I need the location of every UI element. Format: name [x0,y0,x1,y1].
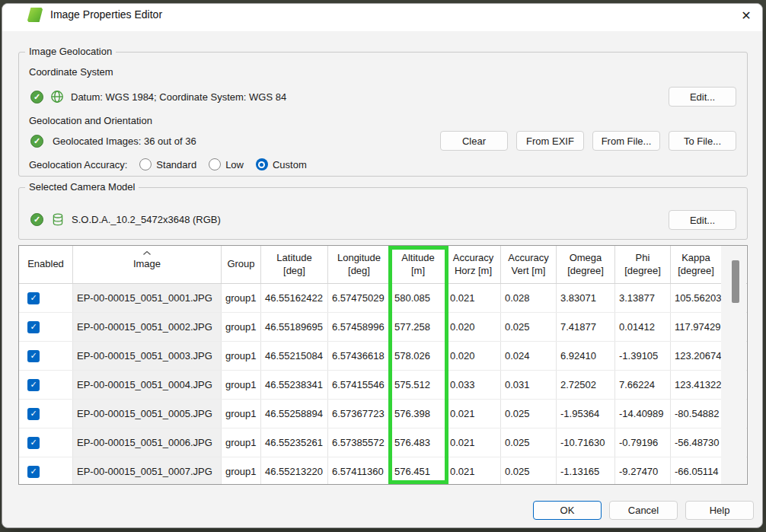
cell-accuracy_vert[interactable]: 0.025 [501,313,557,341]
row-enabled-checkbox[interactable]: ✓ [27,379,40,391]
cell-omega[interactable]: 2.72502 [557,371,615,399]
cell-accuracy_vert[interactable]: 0.025 [501,428,557,457]
cell-accuracy_vert[interactable]: 0.025 [501,457,557,485]
row-enabled-checkbox[interactable]: ✓ [27,350,40,362]
cell-kappa[interactable]: 117.97429 [671,313,722,341]
cell-accuracy_horz[interactable]: 0.021 [446,400,501,428]
cell-accuracy_horz[interactable]: 0.021 [446,284,501,312]
radio-standard-circle[interactable] [139,158,152,170]
column-header-latitude[interactable]: Latitude [deg] [261,246,328,283]
cell-latitude[interactable]: 46.55235261 [261,428,328,457]
cell-longitude[interactable]: 6.57458996 [328,313,391,341]
cell-altitude[interactable]: 575.512 [391,371,446,399]
cell-phi[interactable]: 3.13877 [615,284,671,312]
cell-kappa[interactable]: -56.48730 [671,428,722,457]
help-button[interactable]: Help [685,501,754,520]
cell-omega[interactable]: 3.83071 [557,284,615,312]
cell-longitude[interactable]: 6.57475029 [328,284,391,312]
cell-image[interactable]: EP-00-00015_0051_0007.JPG [73,457,222,485]
radio-low-circle[interactable] [209,158,221,170]
cell-latitude[interactable]: 46.55238341 [261,371,328,399]
column-header-enabled[interactable]: Enabled [19,246,73,283]
column-header-group[interactable]: Group [222,246,261,283]
row-enabled-checkbox[interactable]: ✓ [27,321,40,333]
cell-group[interactable]: group1 [222,313,261,341]
cell-group[interactable]: group1 [222,400,261,428]
radio-custom[interactable]: Custom [256,158,307,170]
cell-altitude[interactable]: 576.451 [391,457,446,485]
cell-phi[interactable]: -14.40989 [615,400,671,428]
cell-omega[interactable]: -1.95364 [557,400,615,428]
radio-standard[interactable]: Standard [139,158,196,170]
row-enabled-checkbox[interactable]: ✓ [27,292,40,304]
cell-image[interactable]: EP-00-00015_0051_0003.JPG [73,342,222,370]
cell-group[interactable]: group1 [222,284,261,312]
column-header-image[interactable]: Image [73,246,222,283]
cell-altitude[interactable]: 576.483 [391,428,446,457]
edit-camera-model-button[interactable]: Edit... [669,210,736,230]
cell-image[interactable]: EP-00-00015_0051_0004.JPG [73,371,222,399]
cell-altitude[interactable]: 580.085 [391,284,446,312]
cell-phi[interactable]: -0.79196 [615,428,671,457]
row-enabled-checkbox[interactable]: ✓ [27,437,40,449]
column-header-accuracy_horz[interactable]: Accuracy Horz [m] [446,246,501,283]
cell-phi[interactable]: -9.27470 [615,457,671,485]
cell-accuracy_vert[interactable]: 0.024 [501,342,557,370]
vertical-scrollbar[interactable] [721,246,746,484]
cell-latitude[interactable]: 46.55213220 [261,457,328,485]
cell-altitude[interactable]: 576.398 [391,400,446,428]
cell-altitude[interactable]: 578.026 [391,342,446,370]
cell-omega[interactable]: -10.71630 [557,428,615,457]
column-header-longitude[interactable]: Longitude [deg] [328,246,391,283]
ok-button[interactable]: OK [533,501,602,520]
column-header-kappa[interactable]: Kappa [degree] [671,246,722,283]
cell-phi[interactable]: 7.66224 [615,371,671,399]
clear-button[interactable]: Clear [440,131,508,151]
radio-custom-circle[interactable] [256,158,268,170]
column-header-omega[interactable]: Omega [degree] [557,246,615,283]
cell-image[interactable]: EP-00-00015_0051_0001.JPG [73,284,222,312]
to-file-button[interactable]: To File... [669,131,736,151]
cell-altitude[interactable]: 577.258 [391,313,446,341]
cell-longitude[interactable]: 6.57415546 [328,371,391,399]
cell-longitude[interactable]: 6.57411360 [328,457,391,485]
cell-accuracy_horz[interactable]: 0.020 [446,313,501,341]
cell-group[interactable]: group1 [222,371,261,399]
cell-accuracy_horz[interactable]: 0.021 [446,428,501,457]
cell-kappa[interactable]: -66.05114 [671,457,722,485]
cell-accuracy_vert[interactable]: 0.028 [501,284,557,312]
cell-image[interactable]: EP-00-00015_0051_0002.JPG [73,313,222,341]
from-exif-button[interactable]: From EXIF [516,131,584,151]
cancel-button[interactable]: Cancel [609,501,678,520]
cell-accuracy_horz[interactable]: 0.033 [446,371,501,399]
row-enabled-checkbox[interactable]: ✓ [27,466,40,478]
cell-accuracy_vert[interactable]: 0.025 [501,400,557,428]
cell-accuracy_vert[interactable]: 0.031 [501,371,557,399]
cell-kappa[interactable]: 105.56203 [671,284,722,312]
cell-phi[interactable]: 0.01412 [615,313,671,341]
from-file-button[interactable]: From File... [592,131,660,151]
cell-group[interactable]: group1 [222,428,261,457]
edit-coordinate-system-button[interactable]: Edit... [669,87,736,107]
cell-kappa[interactable]: 123.20674 [671,342,722,370]
cell-accuracy_horz[interactable]: 0.020 [446,342,501,370]
cell-longitude[interactable]: 6.57436618 [328,342,391,370]
cell-accuracy_horz[interactable]: 0.021 [446,457,501,485]
radio-low[interactable]: Low [209,158,244,170]
cell-omega[interactable]: -1.13165 [557,457,615,485]
cell-omega[interactable]: 7.41877 [557,313,615,341]
row-enabled-checkbox[interactable]: ✓ [27,408,40,420]
cell-image[interactable]: EP-00-00015_0051_0006.JPG [73,428,222,457]
close-icon[interactable]: ✕ [737,6,755,24]
cell-kappa[interactable]: -80.54882 [671,400,722,428]
cell-group[interactable]: group1 [222,457,261,485]
column-header-altitude[interactable]: Altitude [m] [391,246,446,283]
cell-group[interactable]: group1 [222,342,261,370]
cell-longitude[interactable]: 6.57367723 [328,400,391,428]
cell-longitude[interactable]: 6.57385572 [328,428,391,457]
cell-image[interactable]: EP-00-00015_0051_0005.JPG [73,400,222,428]
cell-latitude[interactable]: 46.55258894 [261,400,328,428]
cell-latitude[interactable]: 46.55215084 [261,342,328,370]
column-header-phi[interactable]: Phi [degree] [615,246,671,283]
column-header-accuracy_vert[interactable]: Accuracy Vert [m] [501,246,557,283]
